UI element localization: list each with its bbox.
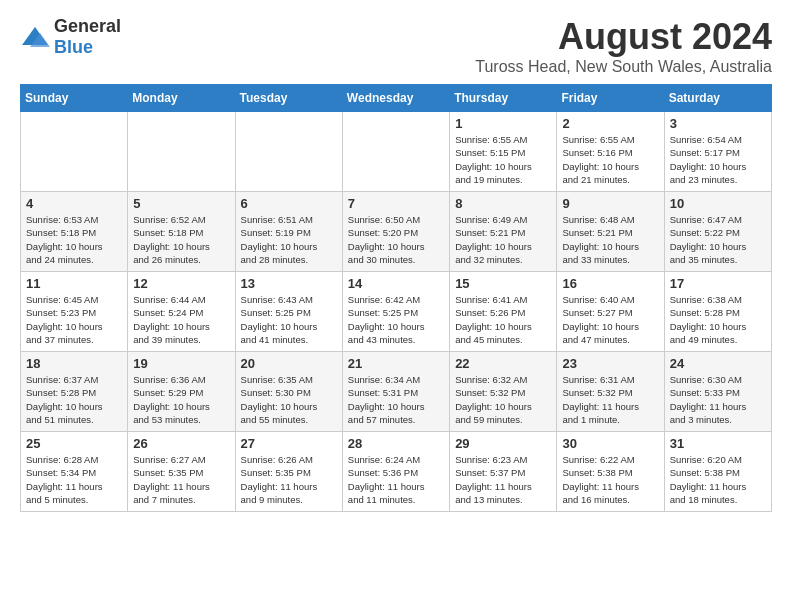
day-cell-5-4: 28Sunrise: 6:24 AM Sunset: 5:36 PM Dayli… xyxy=(342,432,449,512)
day-cell-4-1: 18Sunrise: 6:37 AM Sunset: 5:28 PM Dayli… xyxy=(21,352,128,432)
day-info: Sunrise: 6:23 AM Sunset: 5:37 PM Dayligh… xyxy=(455,453,551,506)
day-cell-2-1: 4Sunrise: 6:53 AM Sunset: 5:18 PM Daylig… xyxy=(21,192,128,272)
day-cell-3-3: 13Sunrise: 6:43 AM Sunset: 5:25 PM Dayli… xyxy=(235,272,342,352)
day-info: Sunrise: 6:34 AM Sunset: 5:31 PM Dayligh… xyxy=(348,373,444,426)
week-row-1: 1Sunrise: 6:55 AM Sunset: 5:15 PM Daylig… xyxy=(21,112,772,192)
day-cell-1-4 xyxy=(342,112,449,192)
day-info: Sunrise: 6:26 AM Sunset: 5:35 PM Dayligh… xyxy=(241,453,337,506)
week-row-5: 25Sunrise: 6:28 AM Sunset: 5:34 PM Dayli… xyxy=(21,432,772,512)
day-cell-5-3: 27Sunrise: 6:26 AM Sunset: 5:35 PM Dayli… xyxy=(235,432,342,512)
day-number: 9 xyxy=(562,196,658,211)
day-info: Sunrise: 6:28 AM Sunset: 5:34 PM Dayligh… xyxy=(26,453,122,506)
day-info: Sunrise: 6:43 AM Sunset: 5:25 PM Dayligh… xyxy=(241,293,337,346)
logo-general: General xyxy=(54,16,121,36)
col-thursday: Thursday xyxy=(450,85,557,112)
day-info: Sunrise: 6:47 AM Sunset: 5:22 PM Dayligh… xyxy=(670,213,766,266)
logo-blue: Blue xyxy=(54,37,93,57)
day-number: 8 xyxy=(455,196,551,211)
day-cell-1-1 xyxy=(21,112,128,192)
col-tuesday: Tuesday xyxy=(235,85,342,112)
day-cell-4-5: 22Sunrise: 6:32 AM Sunset: 5:32 PM Dayli… xyxy=(450,352,557,432)
day-cell-5-7: 31Sunrise: 6:20 AM Sunset: 5:38 PM Dayli… xyxy=(664,432,771,512)
col-sunday: Sunday xyxy=(21,85,128,112)
day-cell-3-1: 11Sunrise: 6:45 AM Sunset: 5:23 PM Dayli… xyxy=(21,272,128,352)
day-cell-4-3: 20Sunrise: 6:35 AM Sunset: 5:30 PM Dayli… xyxy=(235,352,342,432)
day-info: Sunrise: 6:40 AM Sunset: 5:27 PM Dayligh… xyxy=(562,293,658,346)
logo-icon xyxy=(20,25,50,49)
week-row-4: 18Sunrise: 6:37 AM Sunset: 5:28 PM Dayli… xyxy=(21,352,772,432)
day-cell-5-6: 30Sunrise: 6:22 AM Sunset: 5:38 PM Dayli… xyxy=(557,432,664,512)
day-number: 2 xyxy=(562,116,658,131)
col-wednesday: Wednesday xyxy=(342,85,449,112)
day-number: 19 xyxy=(133,356,229,371)
col-monday: Monday xyxy=(128,85,235,112)
day-number: 29 xyxy=(455,436,551,451)
day-number: 16 xyxy=(562,276,658,291)
day-number: 1 xyxy=(455,116,551,131)
calendar-body: 1Sunrise: 6:55 AM Sunset: 5:15 PM Daylig… xyxy=(21,112,772,512)
day-cell-4-7: 24Sunrise: 6:30 AM Sunset: 5:33 PM Dayli… xyxy=(664,352,771,432)
day-info: Sunrise: 6:32 AM Sunset: 5:32 PM Dayligh… xyxy=(455,373,551,426)
day-cell-5-2: 26Sunrise: 6:27 AM Sunset: 5:35 PM Dayli… xyxy=(128,432,235,512)
day-info: Sunrise: 6:38 AM Sunset: 5:28 PM Dayligh… xyxy=(670,293,766,346)
subtitle: Tuross Head, New South Wales, Australia xyxy=(475,58,772,76)
day-cell-1-2 xyxy=(128,112,235,192)
day-number: 14 xyxy=(348,276,444,291)
day-info: Sunrise: 6:48 AM Sunset: 5:21 PM Dayligh… xyxy=(562,213,658,266)
day-info: Sunrise: 6:27 AM Sunset: 5:35 PM Dayligh… xyxy=(133,453,229,506)
day-info: Sunrise: 6:31 AM Sunset: 5:32 PM Dayligh… xyxy=(562,373,658,426)
day-cell-3-4: 14Sunrise: 6:42 AM Sunset: 5:25 PM Dayli… xyxy=(342,272,449,352)
day-info: Sunrise: 6:41 AM Sunset: 5:26 PM Dayligh… xyxy=(455,293,551,346)
day-cell-3-2: 12Sunrise: 6:44 AM Sunset: 5:24 PM Dayli… xyxy=(128,272,235,352)
day-number: 26 xyxy=(133,436,229,451)
day-number: 12 xyxy=(133,276,229,291)
header-row: Sunday Monday Tuesday Wednesday Thursday… xyxy=(21,85,772,112)
day-number: 17 xyxy=(670,276,766,291)
day-number: 28 xyxy=(348,436,444,451)
day-cell-2-2: 5Sunrise: 6:52 AM Sunset: 5:18 PM Daylig… xyxy=(128,192,235,272)
day-cell-1-7: 3Sunrise: 6:54 AM Sunset: 5:17 PM Daylig… xyxy=(664,112,771,192)
day-number: 7 xyxy=(348,196,444,211)
day-info: Sunrise: 6:54 AM Sunset: 5:17 PM Dayligh… xyxy=(670,133,766,186)
day-number: 15 xyxy=(455,276,551,291)
day-cell-4-6: 23Sunrise: 6:31 AM Sunset: 5:32 PM Dayli… xyxy=(557,352,664,432)
day-cell-2-4: 7Sunrise: 6:50 AM Sunset: 5:20 PM Daylig… xyxy=(342,192,449,272)
day-cell-4-2: 19Sunrise: 6:36 AM Sunset: 5:29 PM Dayli… xyxy=(128,352,235,432)
day-cell-1-5: 1Sunrise: 6:55 AM Sunset: 5:15 PM Daylig… xyxy=(450,112,557,192)
day-number: 11 xyxy=(26,276,122,291)
day-number: 6 xyxy=(241,196,337,211)
day-info: Sunrise: 6:20 AM Sunset: 5:38 PM Dayligh… xyxy=(670,453,766,506)
day-cell-1-3 xyxy=(235,112,342,192)
col-saturday: Saturday xyxy=(664,85,771,112)
day-cell-5-1: 25Sunrise: 6:28 AM Sunset: 5:34 PM Dayli… xyxy=(21,432,128,512)
logo: General Blue xyxy=(20,16,121,58)
day-cell-1-6: 2Sunrise: 6:55 AM Sunset: 5:16 PM Daylig… xyxy=(557,112,664,192)
day-number: 21 xyxy=(348,356,444,371)
day-cell-2-5: 8Sunrise: 6:49 AM Sunset: 5:21 PM Daylig… xyxy=(450,192,557,272)
day-cell-2-3: 6Sunrise: 6:51 AM Sunset: 5:19 PM Daylig… xyxy=(235,192,342,272)
day-number: 23 xyxy=(562,356,658,371)
day-info: Sunrise: 6:36 AM Sunset: 5:29 PM Dayligh… xyxy=(133,373,229,426)
day-number: 25 xyxy=(26,436,122,451)
day-number: 18 xyxy=(26,356,122,371)
day-info: Sunrise: 6:44 AM Sunset: 5:24 PM Dayligh… xyxy=(133,293,229,346)
day-number: 24 xyxy=(670,356,766,371)
day-info: Sunrise: 6:35 AM Sunset: 5:30 PM Dayligh… xyxy=(241,373,337,426)
day-info: Sunrise: 6:42 AM Sunset: 5:25 PM Dayligh… xyxy=(348,293,444,346)
day-number: 5 xyxy=(133,196,229,211)
day-cell-2-7: 10Sunrise: 6:47 AM Sunset: 5:22 PM Dayli… xyxy=(664,192,771,272)
page-header: General Blue August 2024 Tuross Head, Ne… xyxy=(20,16,772,76)
main-title: August 2024 xyxy=(475,16,772,58)
day-cell-3-6: 16Sunrise: 6:40 AM Sunset: 5:27 PM Dayli… xyxy=(557,272,664,352)
week-row-2: 4Sunrise: 6:53 AM Sunset: 5:18 PM Daylig… xyxy=(21,192,772,272)
day-number: 31 xyxy=(670,436,766,451)
col-friday: Friday xyxy=(557,85,664,112)
day-info: Sunrise: 6:51 AM Sunset: 5:19 PM Dayligh… xyxy=(241,213,337,266)
day-cell-3-7: 17Sunrise: 6:38 AM Sunset: 5:28 PM Dayli… xyxy=(664,272,771,352)
day-info: Sunrise: 6:49 AM Sunset: 5:21 PM Dayligh… xyxy=(455,213,551,266)
day-number: 22 xyxy=(455,356,551,371)
day-number: 10 xyxy=(670,196,766,211)
day-info: Sunrise: 6:37 AM Sunset: 5:28 PM Dayligh… xyxy=(26,373,122,426)
day-info: Sunrise: 6:22 AM Sunset: 5:38 PM Dayligh… xyxy=(562,453,658,506)
calendar-header: Sunday Monday Tuesday Wednesday Thursday… xyxy=(21,85,772,112)
